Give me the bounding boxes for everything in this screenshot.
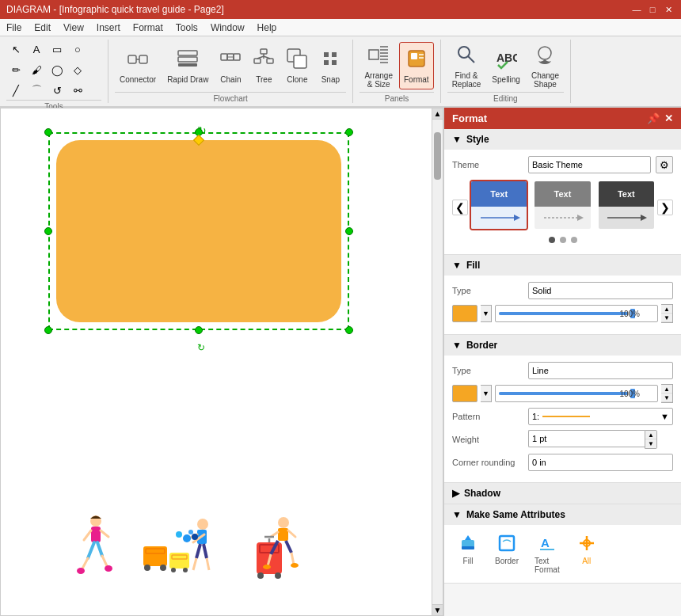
- snap-button[interactable]: Snap: [314, 42, 346, 89]
- handle-mr[interactable]: [345, 227, 353, 235]
- style-next-button[interactable]: ❯: [657, 200, 673, 215]
- paint-tool[interactable]: 🖌: [27, 60, 46, 79]
- shadow-section-header[interactable]: ▶ Shadow: [444, 483, 681, 504]
- style-prev-button[interactable]: ❮: [452, 200, 468, 215]
- style-collapse-icon: ▼: [452, 134, 462, 145]
- scroll-thumb[interactable]: [434, 132, 441, 180]
- shape-tool[interactable]: ○: [68, 40, 87, 59]
- border-opacity-slider[interactable]: 100%: [495, 385, 658, 402]
- handle-ml[interactable]: [44, 227, 52, 235]
- svg-point-67: [278, 517, 289, 528]
- format-close-button[interactable]: ✕: [664, 112, 673, 124]
- scroll-down-btn[interactable]: ▼: [432, 604, 443, 615]
- tree-button[interactable]: Tree: [248, 42, 280, 89]
- style-card-3[interactable]: Text: [597, 180, 656, 230]
- menu-edit[interactable]: Edit: [34, 22, 51, 33]
- svg-point-33: [458, 47, 470, 58]
- arc-tool[interactable]: ⌒: [27, 81, 46, 100]
- fill-type-select[interactable]: Solid Gradient Pattern None: [528, 282, 673, 299]
- style-card-1[interactable]: Text: [470, 180, 528, 230]
- border-weight-field[interactable]: [528, 430, 645, 447]
- fill-section-header[interactable]: ▼ Fill: [444, 255, 681, 276]
- maximize-button[interactable]: □: [646, 3, 659, 16]
- svg-point-36: [538, 47, 551, 59]
- style-card-2[interactable]: Text: [533, 180, 592, 230]
- menu-file[interactable]: File: [6, 22, 21, 33]
- corner-rounding-select[interactable]: 0 in 0.1 in 0.2 in 0.5 in: [528, 454, 673, 471]
- close-button[interactable]: ✕: [662, 3, 675, 16]
- make-same-all-button[interactable]: All: [571, 531, 603, 576]
- border-type-select[interactable]: Line Dashed Dotted None: [528, 362, 673, 379]
- fill-opacity-up[interactable]: ▲: [661, 305, 672, 314]
- style-cards-container: ❮ Text: [452, 180, 673, 230]
- fill-opacity-slider[interactable]: 100%: [495, 305, 658, 322]
- panels-label: Panels: [360, 92, 433, 103]
- find-replace-button[interactable]: Find &Replace: [447, 42, 486, 89]
- ellipse-tool[interactable]: ◯: [48, 60, 67, 79]
- format-button[interactable]: Format: [399, 42, 434, 89]
- scroll-up-btn[interactable]: ▲: [432, 108, 443, 120]
- theme-select[interactable]: Basic Theme Modern Theme Classic Theme: [528, 156, 651, 173]
- shape-container[interactable]: [48, 132, 349, 330]
- fill-opacity-down[interactable]: ▼: [661, 314, 672, 322]
- border-opacity-up[interactable]: ▲: [661, 385, 672, 394]
- connector-button[interactable]: Connector: [115, 42, 161, 89]
- arrange-size-button[interactable]: Arrange& Size: [360, 42, 398, 89]
- svg-point-60: [160, 565, 166, 571]
- rotate-tool[interactable]: ↺: [48, 81, 67, 100]
- corner-rounding-label: Corner rounding: [452, 458, 523, 467]
- fill-color-swatch[interactable]: [452, 305, 477, 322]
- menu-format[interactable]: Format: [133, 22, 163, 33]
- clone-icon: [286, 48, 308, 74]
- pencil-tool[interactable]: ✏: [6, 60, 25, 79]
- text-tool[interactable]: A: [27, 40, 46, 59]
- svg-point-82: [291, 563, 299, 568]
- handle-br[interactable]: [345, 326, 353, 334]
- diamond-tool[interactable]: ◇: [68, 60, 87, 79]
- clone-button[interactable]: Clone: [281, 42, 313, 89]
- border-pattern-select[interactable]: 1: ▼: [528, 408, 673, 425]
- svg-rect-3: [178, 51, 197, 55]
- make-same-text-format-label: TextFormat: [535, 557, 560, 574]
- canvas-area[interactable]: ↻: [0, 108, 443, 616]
- fill-color-dropdown[interactable]: ▼: [481, 305, 492, 322]
- chain-button[interactable]: Chain: [215, 42, 246, 89]
- svg-rect-18: [324, 52, 329, 57]
- menu-help[interactable]: Help: [257, 22, 277, 33]
- pin-button[interactable]: 📌: [647, 112, 660, 124]
- menu-window[interactable]: Window: [211, 22, 245, 33]
- make-same-fill-button[interactable]: Fill: [452, 531, 484, 576]
- weight-up-btn[interactable]: ▲: [645, 431, 656, 439]
- svg-rect-11: [254, 59, 261, 63]
- spelling-button[interactable]: ABC Spelling: [487, 42, 525, 89]
- change-shape-button[interactable]: ChangeShape: [527, 42, 564, 89]
- line-tool[interactable]: ╱: [6, 81, 25, 100]
- minimize-button[interactable]: —: [630, 3, 643, 16]
- handle-bm[interactable]: [195, 326, 203, 334]
- style-card-3-bottom: [599, 207, 654, 229]
- style-section-label: Style: [466, 134, 489, 145]
- make-same-section-header[interactable]: ▼ Make Same Attributes: [444, 504, 681, 525]
- handle-tl[interactable]: [44, 128, 52, 136]
- menu-insert[interactable]: Insert: [97, 22, 120, 33]
- rect-tool[interactable]: ▭: [48, 40, 67, 59]
- vertical-scrollbar[interactable]: ▲ ▼: [432, 108, 443, 615]
- lasso-tool[interactable]: ⚯: [68, 81, 87, 100]
- border-color-dropdown[interactable]: ▼: [481, 385, 492, 402]
- menu-tools[interactable]: Tools: [176, 22, 198, 33]
- pointer-tool[interactable]: ↖: [6, 40, 25, 59]
- border-opacity-down[interactable]: ▼: [661, 394, 672, 402]
- style-section-header[interactable]: ▼ Style: [444, 129, 681, 150]
- make-same-border-button[interactable]: Border: [490, 531, 523, 576]
- make-same-text-format-button[interactable]: A TextFormat: [530, 531, 565, 576]
- handle-bl[interactable]: [44, 326, 52, 334]
- weight-down-btn[interactable]: ▼: [645, 439, 656, 448]
- border-color-swatch[interactable]: [452, 385, 477, 402]
- rapid-draw-button[interactable]: Rapid Draw: [162, 42, 213, 89]
- fill-color-row: ▼ 100% ▲ ▼: [452, 304, 673, 323]
- handle-tr[interactable]: [345, 128, 353, 136]
- svg-rect-19: [332, 52, 337, 57]
- border-section-header[interactable]: ▼ Border: [444, 335, 681, 356]
- theme-gear-button[interactable]: ⚙: [656, 156, 673, 173]
- menu-view[interactable]: View: [63, 22, 84, 33]
